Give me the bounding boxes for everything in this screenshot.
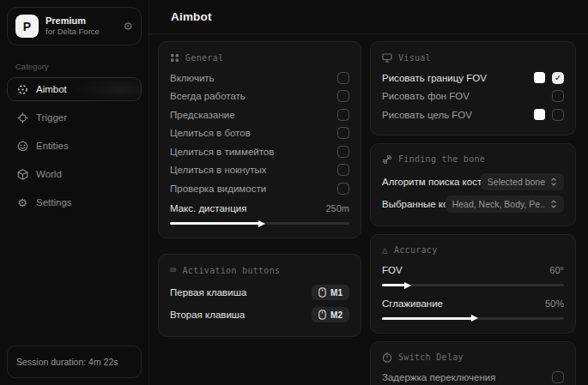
panel-title-label: Finding the bone (398, 154, 485, 164)
panel-title-label: Activation buttons (183, 266, 281, 275)
sidebar-item-trigger[interactable]: Trigger (7, 105, 142, 129)
slider-label: FOV (382, 265, 403, 275)
panel-activation-header: ⌨ Activation buttons (170, 263, 349, 277)
setting-row: Включить (170, 69, 349, 87)
keybind-label: Вторая клавиша (170, 310, 245, 320)
checkbox-target-teammates[interactable] (337, 146, 349, 158)
panel-accuracy-header: △ Accuracy (382, 244, 564, 257)
page-title: Aimbot (171, 10, 212, 23)
fov-target-color-swatch[interactable] (534, 109, 545, 120)
setting-label: Проверка видимости (170, 183, 266, 194)
panel-bone-header: Finding the bone (382, 153, 564, 166)
dropdown-value: Selected bone (488, 177, 545, 187)
checkbox-visibility-check[interactable] (337, 183, 349, 195)
sidebar-nav: Aimbot Trigger Entities World ⚙ Settings (0, 77, 149, 214)
panel-title-label: Visual (398, 53, 431, 63)
setting-row: Целиться в ботов (170, 124, 349, 143)
logo-card: P Premium for Delta Force ⚙ (7, 7, 142, 45)
selected-bones-dropdown[interactable]: Head, Neck, Body, Pe.. (446, 196, 564, 213)
panel-general-header: General (170, 51, 349, 64)
category-label: Category (15, 62, 149, 71)
app-logo: P (15, 15, 39, 38)
setting-label: Всегда работать (170, 91, 246, 101)
crosshair-icon (16, 84, 28, 95)
panel-title-label: General (185, 53, 223, 63)
bone-algorithm-dropdown[interactable]: Selected bone (481, 173, 564, 190)
setting-label: Рисовать границу FOV (382, 73, 487, 83)
chevron-expand-icon (550, 200, 557, 208)
sidebar-item-aimbot[interactable]: Aimbot (7, 77, 142, 101)
keybind-label: Первая клавиша (170, 287, 246, 298)
settings-gear-icon[interactable]: ⚙ (123, 21, 133, 32)
sidebar-item-label: World (36, 169, 62, 179)
sidebar-item-entities[interactable]: Entities (7, 134, 142, 158)
trigger-icon (16, 112, 28, 123)
sidebar-item-world[interactable]: World (7, 162, 142, 186)
keybind-value: M2 (330, 310, 342, 320)
sidebar-item-label: Settings (36, 197, 72, 208)
checkbox-target-knocked[interactable] (337, 164, 349, 176)
content: General Включить Всегда работать Предска… (149, 34, 588, 385)
sidebar-item-label: Aimbot (36, 84, 67, 94)
grid-dots-icon (170, 53, 179, 63)
max-distance-slider[interactable] (170, 220, 349, 227)
panel-finding-bone: Finding the bone Алгоритм поиска кост Se… (370, 143, 576, 226)
app-title-block: Premium for Delta Force (45, 15, 100, 38)
setting-label: Целиться в ботов (170, 128, 251, 138)
panel-accuracy: △ Accuracy FOV 60° Сглаживание 50% (370, 234, 576, 334)
setting-row: Проверка видимости (170, 179, 349, 198)
panel-title-label: Accuracy (394, 245, 438, 255)
setting-label: Рисовать фон FOV (382, 91, 470, 101)
bone-icon (382, 154, 392, 165)
fov-slider[interactable] (382, 281, 564, 289)
mouse-icon (318, 310, 326, 320)
keybind-row: Вторая клавиша M2 (170, 304, 349, 326)
dropdown-value: Head, Neck, Body, Pe.. (452, 199, 545, 209)
panel-switch-delay-header: Switch Delay (382, 351, 564, 364)
checkbox-prediction[interactable] (337, 109, 349, 121)
panel-switch-delay: Switch Delay Задержка переключения Задер… (370, 341, 576, 385)
panel-activation-buttons: ⌨ Activation buttons Первая клавиша M1 В… (158, 254, 361, 337)
setting-row: Рисовать цель FOV (382, 105, 564, 124)
keybind-row: Первая клавиша M1 (170, 281, 349, 304)
checkbox-draw-fov-border[interactable]: ✓ (552, 72, 564, 84)
checkbox-switch-delay[interactable] (552, 371, 564, 383)
checkbox-always-work[interactable] (337, 90, 349, 102)
sidebar-item-label: Trigger (36, 112, 67, 123)
panel-title-label: Switch Delay (398, 352, 464, 362)
sidebar-item-settings[interactable]: ⚙ Settings (7, 190, 142, 214)
mouse-icon (318, 287, 326, 298)
slider-value: 250m (325, 203, 349, 214)
dropdown-row: Алгоритм поиска кост Selected bone (382, 171, 564, 193)
dropdown-row: Выбранные кос Head, Neck, Body, Pe.. (382, 193, 564, 215)
panel-general: General Включить Всегда работать Предска… (158, 41, 361, 238)
setting-row: Рисовать границу FOV ✓ (382, 69, 564, 87)
checkbox-draw-fov-background[interactable] (552, 90, 564, 102)
checkbox-target-bots[interactable] (337, 127, 349, 139)
gear-icon: ⚙ (16, 197, 28, 208)
setting-label: Задержка переключения (382, 372, 495, 382)
chevron-expand-icon (550, 177, 557, 186)
smoothing-slider[interactable] (382, 315, 564, 322)
panel-visual-header: Visual (382, 51, 564, 64)
slider-value: 50% (545, 298, 564, 309)
fov-border-color-swatch[interactable] (534, 72, 545, 83)
right-column: Visual Рисовать границу FOV ✓ Рисовать ф… (370, 41, 576, 385)
setting-label: Целиться в тиммейтов (170, 147, 274, 157)
keybind-second-key[interactable]: M2 (312, 307, 349, 322)
dropdown-label: Выбранные кос (382, 199, 446, 209)
page-header: Aimbot (149, 0, 588, 34)
checkbox-draw-fov-target[interactable] (552, 109, 564, 121)
left-column: General Включить Всегда работать Предска… (158, 41, 361, 337)
setting-row: Целиться в нокнутых (170, 161, 349, 180)
slider-row: Сглаживание 50% (382, 294, 564, 313)
setting-row: Всегда работать (170, 87, 349, 106)
setting-label: Предсказание (170, 110, 235, 120)
session-duration: Session duration: 4m 22s (7, 346, 142, 378)
slider-label: Макс. дистанция (170, 203, 246, 214)
slider-label: Сглаживание (382, 298, 443, 309)
app-subtitle: for Delta Force (45, 27, 100, 37)
keybind-first-key[interactable]: M1 (312, 285, 349, 300)
checkbox-enable[interactable] (337, 72, 349, 84)
setting-row: Целиться в тиммейтов (170, 142, 349, 161)
